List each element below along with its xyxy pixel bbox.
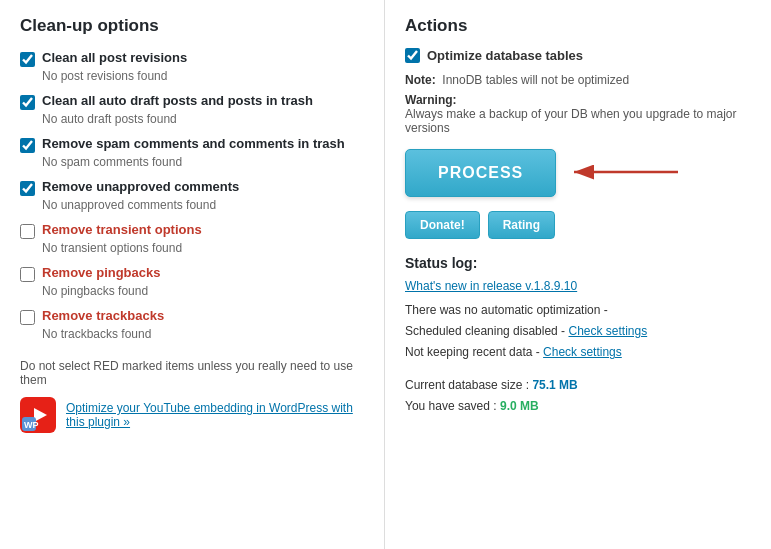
option-subtext-opt6: No pingbacks found [20,284,364,298]
option-item-opt2: Clean all auto draft posts and posts in … [20,93,364,126]
option-checkbox-opt3[interactable] [20,138,35,153]
option-item-opt7: Remove trackbacksNo trackbacks found [20,308,364,341]
db-size-row: Current database size : 75.1 MB [405,375,751,397]
action-buttons: Donate! Rating [405,211,751,239]
optimize-db-label: Optimize database tables [427,48,583,63]
arrow-indicator [570,157,680,190]
option-label-opt4: Remove unapproved comments [20,179,364,196]
whats-new-link[interactable]: What's new in release v.1.8.9.10 [405,279,751,293]
option-label-opt6: Remove pingbacks [20,265,364,282]
option-checkbox-opt7[interactable] [20,310,35,325]
option-label-text-opt2: Clean all auto draft posts and posts in … [42,93,313,108]
optimize-db-checkbox[interactable] [405,48,420,63]
db-saved-row: You have saved : 9.0 MB [405,396,751,418]
warning-text: Always make a backup of your DB when you… [405,107,737,135]
option-item-opt5: Remove transient optionsNo transient opt… [20,222,364,255]
svg-text:WP: WP [24,420,39,430]
option-item-opt3: Remove spam comments and comments in tra… [20,136,364,169]
check-settings-link-1[interactable]: Check settings [568,324,647,338]
left-panel: Clean-up options Clean all post revision… [0,0,385,549]
option-label-opt5: Remove transient options [20,222,364,239]
option-checkbox-opt4[interactable] [20,181,35,196]
option-label-opt7: Remove trackbacks [20,308,364,325]
db-info: Current database size : 75.1 MB You have… [405,375,751,418]
right-panel: Actions Optimize database tables Note: I… [385,0,771,549]
rating-button[interactable]: Rating [488,211,555,239]
plugin-ad-link[interactable]: Optimize your YouTube embedding in WordP… [66,401,364,429]
options-list: Clean all post revisionsNo post revision… [20,50,364,341]
option-item-opt4: Remove unapproved commentsNo unapproved … [20,179,364,212]
donate-button[interactable]: Donate! [405,211,480,239]
db-saved-value: 9.0 MB [500,399,539,413]
option-label-text-opt4: Remove unapproved comments [42,179,239,194]
option-label-opt3: Remove spam comments and comments in tra… [20,136,364,153]
option-subtext-opt2: No auto draft posts found [20,112,364,126]
option-item-opt1: Clean all post revisionsNo post revision… [20,50,364,83]
status-text-3: Not keeping recent data - Check settings [405,343,751,362]
option-subtext-opt7: No trackbacks found [20,327,364,341]
option-label-text-opt1: Clean all post revisions [42,50,187,65]
process-button[interactable]: PROCESS [405,149,556,197]
option-subtext-opt5: No transient options found [20,241,364,255]
status-log-title: Status log: [405,255,751,271]
db-size-label: Current database size : [405,378,529,392]
left-panel-title: Clean-up options [20,16,364,36]
option-item-opt6: Remove pingbacksNo pingbacks found [20,265,364,298]
option-checkbox-opt1[interactable] [20,52,35,67]
check-settings-link-2[interactable]: Check settings [543,345,622,359]
option-label-text-opt3: Remove spam comments and comments in tra… [42,136,345,151]
optimize-db-row: Optimize database tables [405,48,751,63]
option-label-opt1: Clean all post revisions [20,50,364,67]
note-label: Note: [405,73,436,87]
note-row: Note: InnoDB tables will not be optimize… [405,73,751,87]
option-label-text-opt5: Remove transient options [42,222,202,237]
option-subtext-opt4: No unapproved comments found [20,198,364,212]
db-size-value: 75.1 MB [532,378,577,392]
option-subtext-opt1: No post revisions found [20,69,364,83]
option-label-text-opt6: Remove pingbacks [42,265,161,280]
arrow-svg [570,157,680,187]
option-subtext-opt3: No spam comments found [20,155,364,169]
actions-title: Actions [405,16,751,36]
status-text-1: There was no automatic optimization - [405,301,751,320]
option-checkbox-opt2[interactable] [20,95,35,110]
warning-row: Warning: Always make a backup of your DB… [405,93,751,135]
plugin-ad: WP Optimize your YouTube embedding in Wo… [20,397,364,433]
option-label-opt2: Clean all auto draft posts and posts in … [20,93,364,110]
option-label-text-opt7: Remove trackbacks [42,308,164,323]
youtube-icon: WP [20,397,56,433]
option-checkbox-opt6[interactable] [20,267,35,282]
db-saved-label: You have saved : [405,399,497,413]
process-area: PROCESS [405,149,751,197]
note-text: InnoDB tables will not be optimized [442,73,629,87]
red-items-note: Do not select RED marked items unless yo… [20,359,364,387]
option-checkbox-opt5[interactable] [20,224,35,239]
status-text-2: Scheduled cleaning disabled - Check sett… [405,322,751,341]
warning-label: Warning: [405,93,457,107]
